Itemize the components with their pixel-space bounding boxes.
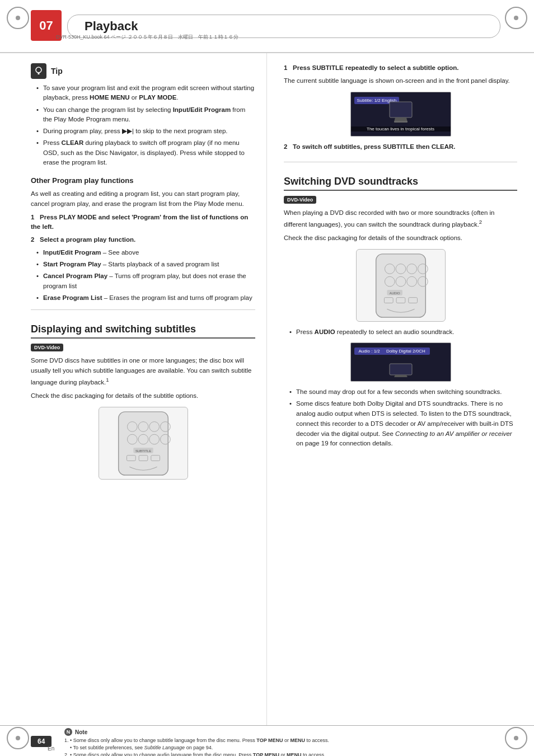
- dvd-badge-subtitles: DVD-Video: [31, 344, 63, 351]
- program-functions-list: Input/Edit Program – See above Start Pro…: [36, 248, 255, 303]
- audio-notes-list: The sound may drop out for a few seconds…: [289, 387, 517, 449]
- tip-list: To save your program list and exit the p…: [36, 83, 255, 167]
- file-info: DVR-530H_KU.book 64 ページ ２００５年６月８日 水曜日 午前…: [56, 34, 238, 41]
- svg-rect-32: [390, 364, 412, 375]
- note-icon: N: [64, 728, 72, 736]
- svg-rect-16: [390, 102, 412, 118]
- func-item-2: Start Program Play – Starts playback of …: [36, 260, 255, 270]
- note-text-2: 2. • Some discs only allow you to change…: [64, 752, 503, 756]
- other-program-intro: As well as creating and editing a progra…: [31, 189, 255, 209]
- svg-rect-2: [118, 411, 168, 475]
- tip-header: Tip: [31, 63, 255, 79]
- svg-rect-1: [38, 73, 40, 74]
- subtitle-screen-bottom: The toucan lives in tropical forests: [351, 126, 451, 132]
- subtitles-packaging: Check the disc packaging for details of …: [31, 391, 255, 401]
- func-item-1: Input/Edit Program – See above: [36, 248, 255, 258]
- svg-point-0: [36, 67, 41, 73]
- tip-item-3: During program play, press ▶▶| to skip t…: [36, 126, 255, 136]
- language-code: En: [48, 745, 54, 752]
- subtitles-intro: Some DVD discs have subtitles in one or …: [31, 356, 255, 387]
- audio-bullets: Press AUDIO repeatedly to select an audi…: [289, 327, 517, 337]
- soundtracks-section-title: Switching DVD soundtracks: [284, 176, 517, 191]
- other-program-heading: Other Program play functions: [31, 176, 255, 185]
- soundtracks-packaging: Check the disc packaging for details of …: [284, 233, 517, 243]
- subtitle-step1-heading: 1 Press SUBTITLE repeatedly to select a …: [284, 63, 517, 73]
- svg-text:SUBTITLE: SUBTITLE: [135, 449, 151, 452]
- footer: 64 En N Note 1. • Some discs only allow …: [0, 725, 534, 756]
- tip-title: Tip: [51, 67, 63, 76]
- tip-item-2: You can change the program list by selec…: [36, 105, 255, 125]
- svg-text:AUDIO: AUDIO: [389, 291, 400, 294]
- note-text-1: 1. • Some discs only allow you to change…: [64, 737, 503, 752]
- audio-screen-text: Audio : 1/2 Dolby Digital 2/0CH: [354, 348, 430, 355]
- soundtracks-intro: When playing a DVD disc recorded with tw…: [284, 208, 517, 229]
- subtitle-step2-heading: 2 To switch off subtitles, press SUBTITL…: [284, 142, 517, 152]
- remote-control-image: SUBTITLE: [99, 407, 188, 480]
- note-header: N Note: [64, 728, 503, 736]
- right-column: 1 Press SUBTITLE repeatedly to select a …: [267, 53, 534, 725]
- func-item-3: Cancel Program Play – Turns off program …: [36, 271, 255, 292]
- step1-label: 1 Press PLAY MODE and select 'Program' f…: [31, 213, 255, 232]
- content-area: Tip To save your program list and exit t…: [0, 53, 534, 725]
- subtitles-section-title: Displaying and switching subtitles: [31, 323, 255, 339]
- audio-bullet-1: Press AUDIO repeatedly to select an audi…: [289, 327, 517, 337]
- tip-item-1: To save your program list and exit the p…: [36, 83, 255, 103]
- audio-note-2: Some discs feature both Dolby Digital an…: [289, 399, 517, 449]
- tip-box: Tip To save your program list and exit t…: [31, 63, 255, 167]
- svg-rect-18: [376, 253, 425, 317]
- audio-note-1: The sound may drop out for a few seconds…: [289, 387, 517, 397]
- dvd-badge-soundtracks: DVD-Video: [284, 196, 316, 204]
- subtitle-step1-body: The current subtitle language is shown o…: [284, 76, 517, 86]
- remote-control-audio-image: AUDIO: [356, 249, 446, 322]
- audio-screen-display: Audio : 1/2 Dolby Digital 2/0CH: [350, 342, 451, 382]
- func-item-4: Erase Program List – Erases the program …: [36, 293, 255, 303]
- page-title: Playback: [85, 19, 138, 34]
- step2-label: 2 Select a program play function.: [31, 235, 255, 245]
- header-bar: 07 Playback DVR-530H_KU.book 64 ページ ２００５…: [0, 0, 534, 53]
- svg-rect-17: [394, 121, 407, 123]
- left-column: Tip To save your program list and exit t…: [0, 53, 267, 725]
- tip-icon: [31, 63, 46, 79]
- tip-item-4: Press CLEAR during playback to switch of…: [36, 138, 255, 167]
- subtitle-screen-display: Subtitle: 1/2 English The toucan lives i…: [350, 92, 451, 137]
